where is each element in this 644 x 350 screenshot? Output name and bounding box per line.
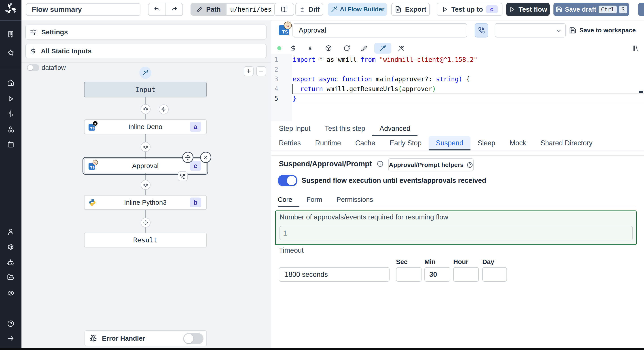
save-draft-button[interactable]: Save draft Ctrl S — [554, 3, 629, 16]
diff-button[interactable]: Diff — [296, 3, 323, 16]
tab-cache[interactable]: Cache — [348, 136, 382, 150]
code-editor[interactable]: 12345 import * as wmill from "windmill-c… — [271, 54, 644, 121]
suspend-toggle[interactable] — [278, 175, 298, 186]
step-id-badge: c — [190, 161, 201, 171]
delete-node-button[interactable] — [200, 152, 211, 163]
tab-shared-directory[interactable]: Shared Directory — [533, 136, 600, 150]
tab-sleep[interactable]: Sleep — [470, 136, 502, 150]
path-value[interactable]: u/henri/bes — [226, 3, 276, 16]
resources-icon[interactable] — [7, 126, 14, 133]
error-handler-toggle[interactable] — [183, 333, 204, 344]
insert-resource-icon[interactable] — [307, 45, 314, 52]
plus-icon — [143, 106, 148, 112]
tab-advanced[interactable]: Advanced — [372, 121, 418, 136]
runs-icon[interactable] — [7, 95, 14, 102]
workers-icon[interactable] — [7, 259, 14, 266]
schedules-icon[interactable] — [7, 141, 14, 148]
zoom-out-button[interactable] — [256, 66, 266, 76]
timeout-min-input[interactable]: 30 — [424, 267, 450, 282]
error-handler-label: Error Handler — [102, 335, 145, 342]
insert-step-button[interactable] — [141, 218, 150, 227]
tab-form[interactable]: Form — [300, 192, 330, 207]
graph-top-border — [22, 62, 271, 63]
dataflow-toggle[interactable] — [27, 64, 39, 71]
all-static-inputs-row[interactable]: All Static Inputs — [25, 44, 266, 58]
favorites-icon[interactable] — [7, 49, 14, 56]
move-node-button[interactable] — [182, 152, 194, 163]
flow-input-node[interactable]: Input — [84, 82, 206, 97]
ai-assistant-button[interactable] — [374, 43, 391, 54]
approval-suspend-badge[interactable] — [178, 172, 188, 181]
tab-early-stop[interactable]: Early Stop — [382, 136, 429, 150]
tab-mock[interactable]: Mock — [502, 136, 533, 150]
undo-redo-group — [148, 3, 183, 16]
ai-graph-wand-button[interactable] — [139, 67, 152, 79]
library-icon[interactable] — [632, 45, 639, 52]
tab-retries[interactable]: Retries — [279, 136, 308, 150]
python-node-label: Inline Python3 — [124, 199, 166, 206]
ai-flow-builder-button[interactable]: AI Flow Builder — [328, 3, 387, 16]
timeout-hour-input[interactable] — [453, 267, 479, 282]
line-number: 1 — [274, 55, 278, 65]
line-number: 5 — [274, 94, 278, 104]
suspend-phone-button[interactable] — [475, 23, 488, 37]
test-flow-button[interactable]: Test flow — [506, 3, 550, 16]
path-button[interactable]: Path — [190, 3, 226, 16]
step-name-input[interactable]: Approval — [292, 23, 467, 37]
reload-icon[interactable] — [344, 45, 350, 52]
flow-result-node[interactable]: Result — [84, 233, 206, 247]
variables-icon[interactable] — [7, 110, 14, 117]
flow-summary-input[interactable]: Flow summary — [26, 3, 140, 16]
help-icon[interactable] — [7, 320, 14, 327]
tab-step-input[interactable]: Step Input — [279, 121, 318, 136]
users-icon[interactable] — [7, 228, 14, 235]
result-node-label: Result — [133, 236, 158, 244]
tab-test-this-step[interactable]: Test this step — [318, 121, 372, 136]
tab-core[interactable]: Core — [278, 192, 300, 207]
suspend-sub-tabs: CoreFormPermissions — [278, 192, 636, 207]
redo-button[interactable] — [166, 3, 182, 15]
timeout-sec-input[interactable] — [396, 267, 422, 282]
timeout-value: 1800 seconds — [285, 271, 328, 279]
folders-icon[interactable] — [7, 274, 14, 281]
home-icon[interactable] — [7, 79, 14, 86]
save-to-workspace-button[interactable]: Save to workspace — [569, 25, 636, 35]
step-node-deno[interactable]: TS Inline Deno a — [84, 119, 206, 134]
package-icon[interactable] — [325, 45, 332, 52]
settings-icon[interactable] — [7, 243, 14, 251]
info-icon[interactable] — [377, 161, 384, 167]
timeout-input[interactable]: 1800 seconds — [279, 267, 390, 282]
approval-prompt-helpers-button[interactable]: Approval/Prompt helpers — [388, 158, 474, 172]
zoom-in-button[interactable] — [244, 66, 254, 76]
path-value-text: u/henri/bes — [230, 6, 272, 13]
deploy-button-partial[interactable] — [638, 3, 644, 16]
undo-button[interactable] — [148, 3, 166, 15]
insert-trigger-button[interactable] — [159, 104, 168, 114]
docs-button[interactable] — [274, 3, 294, 16]
tab-permissions[interactable]: Permissions — [330, 192, 380, 207]
test-up-to-button[interactable]: Test up to c — [437, 3, 502, 16]
workspace-icon[interactable] — [7, 30, 14, 38]
expand-sidebar-icon[interactable] — [7, 335, 14, 342]
audit-logs-icon[interactable] — [7, 290, 14, 297]
plus-icon — [143, 182, 148, 188]
insert-step-button[interactable] — [141, 104, 150, 114]
insert-step-button[interactable] — [141, 180, 150, 190]
minus-icon — [258, 68, 264, 74]
insert-step-button[interactable] — [141, 142, 150, 152]
chevron-down-icon — [556, 27, 562, 34]
timeout-day-input[interactable] — [482, 267, 507, 282]
windmill-logo-icon[interactable] — [4, 3, 17, 15]
tab-suspend[interactable]: Suspend — [429, 136, 470, 150]
error-handler-row[interactable]: Error Handler — [84, 330, 207, 346]
script-fork-select[interactable] — [495, 23, 566, 37]
step-node-python[interactable]: Inline Python3 b — [84, 195, 206, 210]
flow-settings-row[interactable]: Settings — [25, 24, 266, 39]
format-icon[interactable] — [361, 45, 368, 52]
tab-runtime[interactable]: Runtime — [308, 136, 348, 150]
export-button[interactable]: Export — [391, 3, 430, 16]
redo-icon — [171, 6, 178, 13]
insert-variable-icon[interactable] — [290, 45, 296, 52]
approvals-required-input[interactable]: 1 — [280, 226, 633, 240]
ai-off-icon[interactable] — [398, 45, 404, 52]
